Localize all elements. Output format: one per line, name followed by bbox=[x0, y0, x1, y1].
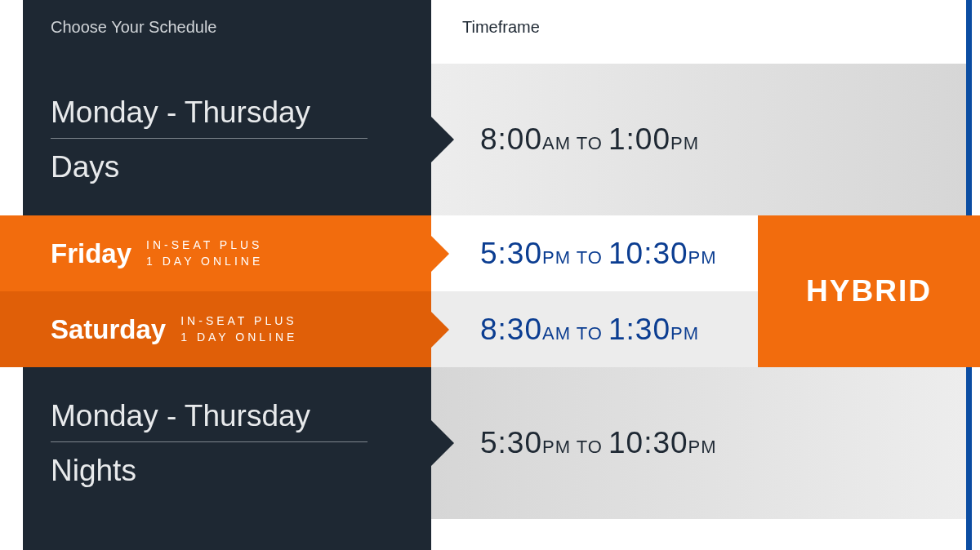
hybrid-note: IN-SEAT PLUS 1 DAY ONLINE bbox=[146, 237, 263, 269]
time-join: TO bbox=[571, 437, 608, 457]
time-join: TO bbox=[571, 247, 608, 268]
time-start: 5:30 bbox=[480, 237, 542, 270]
time-end-ampm: PM bbox=[688, 247, 717, 268]
time-end-ampm: PM bbox=[670, 323, 699, 344]
hybrid-note: IN-SEAT PLUS 1 DAY ONLINE bbox=[180, 313, 297, 345]
time-start: 5:30 bbox=[480, 426, 542, 459]
hybrid-note-line2: 1 DAY ONLINE bbox=[146, 255, 263, 268]
timeframe-cell: 5:30PM TO 10:30PM bbox=[431, 367, 966, 519]
timeframe-text: 5:30PM TO 10:30PM bbox=[480, 426, 717, 460]
time-join: TO bbox=[571, 133, 608, 153]
schedule-row-left: Monday - Thursday Days bbox=[23, 64, 431, 215]
time-join: TO bbox=[571, 323, 608, 344]
hybrid-note-line1: IN-SEAT PLUS bbox=[146, 238, 262, 251]
time-start-ampm: PM bbox=[542, 247, 571, 268]
hybrid-left-cell: Friday IN-SEAT PLUS 1 DAY ONLINE bbox=[0, 215, 431, 291]
time-end: 1:00 bbox=[608, 122, 670, 156]
time-end-ampm: PM bbox=[688, 437, 717, 457]
time-start: 8:00 bbox=[480, 122, 542, 156]
timeframe-text: 8:00AM TO 1:00PM bbox=[480, 122, 699, 157]
timeframe-text: 5:30PM TO 10:30PM bbox=[480, 237, 717, 271]
chevron-right-icon bbox=[430, 310, 449, 349]
time-end: 10:30 bbox=[608, 237, 688, 270]
divider-line bbox=[51, 138, 368, 139]
timeframe-cell: 8:00AM TO 1:00PM bbox=[431, 64, 966, 215]
timeframe-row-days: 8:00AM TO 1:00PM bbox=[431, 64, 966, 215]
timeframe-text: 8:30AM TO 1:30PM bbox=[480, 313, 699, 347]
period-label: Nights bbox=[51, 454, 431, 488]
schedule-row-left: Monday - Thursday Nights bbox=[23, 367, 431, 519]
header-choose-schedule: Choose Your Schedule bbox=[23, 0, 431, 64]
time-start-ampm: AM bbox=[542, 323, 571, 344]
hybrid-note-line2: 1 DAY ONLINE bbox=[180, 330, 297, 344]
day-range: Monday - Thursday bbox=[51, 399, 431, 433]
hybrid-badge: HYBRID bbox=[758, 215, 980, 367]
time-end-ampm: PM bbox=[670, 133, 699, 153]
hybrid-day: Friday bbox=[51, 238, 131, 269]
hybrid-left-cell: Saturday IN-SEAT PLUS 1 DAY ONLINE bbox=[0, 291, 431, 367]
hybrid-day: Saturday bbox=[51, 314, 166, 345]
chevron-right-icon bbox=[430, 234, 449, 273]
chevron-right-icon bbox=[430, 115, 454, 164]
schedule-row-days: Monday - Thursday Days bbox=[23, 64, 431, 215]
schedule-row-nights: Monday - Thursday Nights bbox=[23, 367, 431, 519]
period-label: Days bbox=[51, 150, 431, 184]
time-end: 10:30 bbox=[608, 426, 688, 459]
hybrid-note-line1: IN-SEAT PLUS bbox=[180, 314, 296, 327]
time-start-ampm: PM bbox=[542, 437, 571, 457]
divider-line bbox=[51, 441, 368, 442]
time-start-ampm: AM bbox=[542, 133, 571, 153]
time-start: 8:30 bbox=[480, 313, 542, 346]
time-end: 1:30 bbox=[608, 313, 670, 346]
day-range: Monday - Thursday bbox=[51, 95, 431, 130]
timeframe-row-nights: 5:30PM TO 10:30PM bbox=[431, 367, 966, 519]
chevron-right-icon bbox=[430, 419, 454, 468]
header-timeframe: Timeframe bbox=[431, 0, 966, 64]
